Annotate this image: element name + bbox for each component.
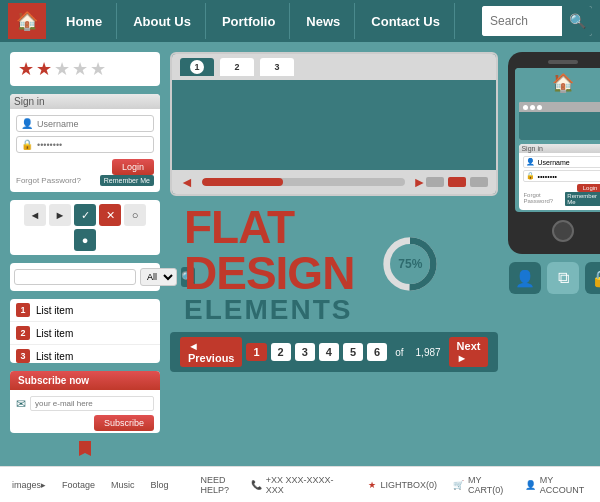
nav-item-news[interactable]: News [292, 3, 355, 39]
forgot-password-link[interactable]: Forgot Password? [16, 176, 81, 185]
username-row: 👤 [16, 115, 154, 132]
flat-design-text: FLAT DESIGN ELEMENTS [174, 204, 364, 324]
security-lock-button[interactable]: 🔒 [585, 262, 600, 294]
user-account-button[interactable]: 👤 [509, 262, 541, 294]
right-column: 🏠 Sign in 👤 Username [508, 52, 600, 456]
footer-need-help-label: NEED HELP? [201, 475, 247, 495]
browser-tab-1[interactable]: 1 [180, 58, 214, 76]
footer-lightbox-section[interactable]: ★ LIGHTBOX(0) [368, 480, 437, 490]
progress-fill [202, 178, 283, 186]
ctrl-next[interactable]: ► [49, 204, 71, 226]
phone-lock-icon: 🔒 [526, 172, 535, 180]
star-4[interactable]: ★ [72, 58, 88, 80]
user-icon: 👤 [21, 118, 33, 129]
subscribe-body: ✉ Subscribe [10, 390, 160, 433]
pagination: ◄ Previous 1 2 3 4 5 6 of 1,987 Next ► [170, 332, 498, 372]
star-5[interactable]: ★ [90, 58, 106, 80]
list-item-1[interactable]: 1 List item [10, 299, 160, 322]
footer-music-link[interactable]: Music [111, 480, 135, 490]
prev-page-button[interactable]: ◄ Previous [180, 337, 242, 367]
nav-item-contact[interactable]: Contact Us [357, 3, 455, 39]
page-1[interactable]: 1 [246, 343, 266, 361]
ctrl-filled-circle[interactable]: ● [74, 229, 96, 251]
forgot-row: Forgot Password? Remember Me [16, 175, 154, 186]
browser-nav-dots [426, 177, 488, 187]
dot-1[interactable] [426, 177, 444, 187]
dot-3[interactable] [470, 177, 488, 187]
cart-label: MY CART(0) [468, 475, 509, 495]
phone-login-form: Sign in 👤 Username 🔒 •••••••• Login Forg… [519, 144, 600, 210]
footer-footage-link[interactable]: Footage [62, 480, 95, 490]
footer-account-section[interactable]: 👤 MY ACCOUNT [525, 475, 588, 495]
page-3[interactable]: 3 [295, 343, 315, 361]
next-page-button[interactable]: Next ► [449, 337, 489, 367]
phone-username-label: Username [537, 159, 569, 166]
page-6[interactable]: 6 [367, 343, 387, 361]
cart-icon: 🛒 [453, 480, 464, 490]
phone-username-row: 👤 Username [523, 156, 600, 168]
password-row: 🔒 [16, 136, 154, 153]
page-4[interactable]: 4 [319, 343, 339, 361]
phone-home-button[interactable] [552, 220, 574, 242]
footer: images▸ Footage Music Blog NEED HELP? 📞 … [0, 466, 600, 502]
search-button[interactable]: 🔍 [562, 6, 592, 36]
browser-forward-arrow[interactable]: ► [413, 174, 427, 190]
phone-screen: 🏠 Sign in 👤 Username [515, 68, 600, 212]
ctrl-close[interactable]: ✕ [99, 204, 121, 226]
phone-login-button[interactable]: Login [577, 184, 600, 192]
dot-2[interactable] [448, 177, 466, 187]
email-input[interactable] [30, 396, 154, 411]
ctrl-prev[interactable]: ◄ [24, 204, 46, 226]
list-item-2[interactable]: 2 List item [10, 322, 160, 345]
lightbox-label: LIGHTBOX(0) [380, 480, 437, 490]
filter-search-input[interactable] [14, 269, 136, 285]
footer-images-link[interactable]: images▸ [12, 480, 46, 490]
home-icon: 🏠 [16, 10, 38, 32]
nav-item-home[interactable]: Home [52, 3, 117, 39]
star-3[interactable]: ★ [54, 58, 70, 80]
footer-cart-section[interactable]: 🛒 MY CART(0) [453, 475, 509, 495]
browser-content [172, 80, 496, 170]
nav-item-about[interactable]: About Us [119, 3, 206, 39]
list-num-3: 3 [16, 349, 30, 363]
list-label-1: List item [36, 305, 73, 316]
nav-item-portfolio[interactable]: Portfolio [208, 3, 290, 39]
phone-password-row: 🔒 •••••••• [523, 170, 600, 182]
browser-tab-2[interactable]: 2 [220, 58, 254, 76]
browser-back-arrow[interactable]: ◄ [180, 174, 194, 190]
phone-browser-content [519, 112, 600, 140]
login-form: Sign in 👤 🔒 Login Forgot Password? Remem… [10, 94, 160, 192]
tab-num-1: 1 [190, 60, 204, 74]
search-input[interactable] [482, 6, 562, 36]
subscribe-header: Subscribe now [10, 371, 160, 390]
ctrl-check[interactable]: ✓ [74, 204, 96, 226]
account-icon: 👤 [525, 480, 536, 490]
phone-house-icon: 🏠 [552, 73, 574, 93]
stars-widget: ★ ★ ★ ★ ★ [10, 52, 160, 86]
account-label: MY ACCOUNT [540, 475, 588, 495]
phone-mockup: 🏠 Sign in 👤 Username [508, 52, 600, 254]
star-1[interactable]: ★ [18, 58, 34, 80]
footer-blog-link[interactable]: Blog [151, 480, 169, 490]
phone-password-label: •••••••• [537, 173, 557, 180]
copy-button[interactable]: ⧉ [547, 262, 579, 294]
browser-tab-3[interactable]: 3 [260, 58, 294, 76]
donut-chart: 75% [380, 234, 440, 294]
footer-phone-number: +XX XXX-XXXX-XXX [266, 475, 337, 495]
phone-browser-bar [519, 102, 600, 112]
password-field[interactable] [37, 140, 149, 150]
phone-forgot-link[interactable]: Forgot Password? [523, 192, 565, 206]
nav-logo[interactable]: 🏠 [8, 3, 46, 39]
subscribe-button[interactable]: Subscribe [94, 415, 154, 431]
page-5[interactable]: 5 [343, 343, 363, 361]
page-2[interactable]: 2 [271, 343, 291, 361]
login-button[interactable]: Login [112, 159, 154, 175]
left-column: ★ ★ ★ ★ ★ Sign in 👤 🔒 Login Forgot Passw… [10, 52, 160, 456]
icon-buttons-row: 👤 ⧉ 🔒 [509, 262, 600, 294]
star-2[interactable]: ★ [36, 58, 52, 80]
phone-login-title: Sign in [519, 144, 600, 153]
ctrl-circle[interactable]: ○ [124, 204, 146, 226]
list-item-3[interactable]: 3 List item [10, 345, 160, 363]
nav-controls: ◄ ► ✓ ✕ ○ ● [10, 200, 160, 255]
username-field[interactable] [37, 119, 149, 129]
